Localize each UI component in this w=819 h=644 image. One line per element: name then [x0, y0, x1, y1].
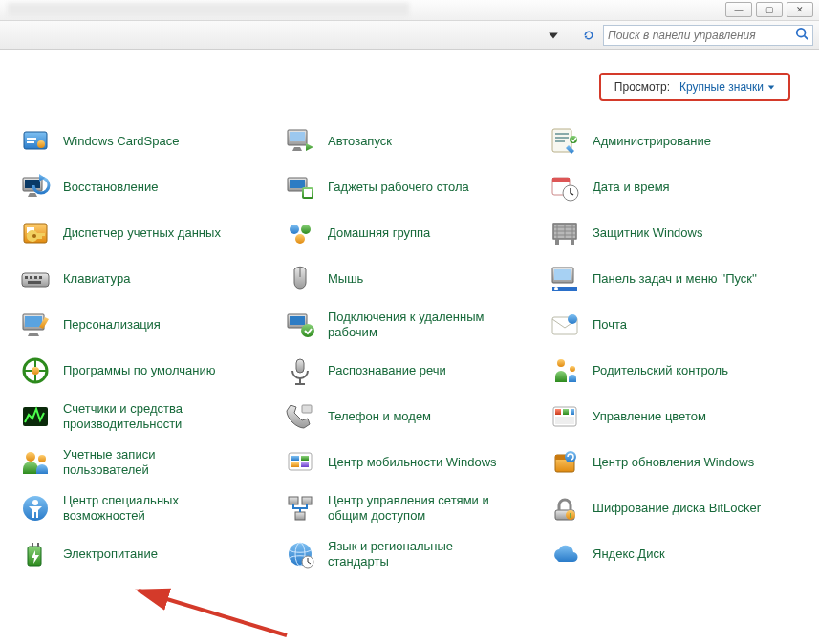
- cpl-item-label: Управление цветом: [593, 409, 706, 424]
- close-button[interactable]: ✕: [787, 2, 813, 17]
- cpl-item-label: Центр мобильности Windows: [328, 455, 497, 470]
- search-input[interactable]: [608, 29, 795, 42]
- window-controls: — ▢ ✕: [725, 2, 813, 17]
- cpl-item-label: Яндекс.Диск: [593, 547, 665, 562]
- cpl-item-mobility[interactable]: Центр мобильности Windows: [280, 440, 539, 485]
- power-icon: [17, 536, 54, 572]
- cpl-item-color[interactable]: Управление цветом: [545, 394, 804, 440]
- cpl-item-datetime[interactable]: Дата и время: [545, 164, 804, 210]
- keyboard-icon: [17, 261, 54, 297]
- svg-point-92: [797, 29, 806, 37]
- cpl-item-label: Распознавание речи: [328, 363, 446, 378]
- personalize-icon: [17, 307, 54, 343]
- window-title-blurred: [8, 3, 409, 16]
- cpl-item-bitlocker[interactable]: Шифрование диска BitLocker: [545, 485, 804, 531]
- cpl-item-homegroup[interactable]: Домашняя группа: [280, 210, 539, 256]
- cpl-item-label: Клавиатура: [63, 271, 130, 287]
- defaultprog-icon: [17, 353, 54, 389]
- cpl-item-personalize[interactable]: Персонализация: [15, 302, 274, 348]
- cpl-item-label: Персонализация: [63, 317, 161, 333]
- homegroup-icon: [282, 215, 318, 251]
- perf-icon: [17, 398, 54, 435]
- cpl-item-label: Электропитание: [63, 547, 158, 562]
- cpl-item-label: Родительский контроль: [593, 363, 728, 378]
- svg-marker-90: [549, 32, 558, 38]
- refresh-icon[interactable]: [578, 26, 599, 45]
- recovery-icon: [17, 169, 54, 205]
- cpl-item-phone[interactable]: Телефон и модем: [280, 394, 539, 440]
- cpl-item-defender[interactable]: Защитник Windows: [545, 210, 804, 256]
- cpl-item-recovery[interactable]: Восстановление: [15, 164, 274, 210]
- cpl-item-defaultprog[interactable]: Программы по умолчанию: [15, 348, 274, 394]
- cpl-item-taskbar[interactable]: Панель задач и меню ''Пуск'': [545, 256, 804, 302]
- view-mode-text: Крупные значки: [679, 80, 764, 94]
- cpl-item-label: Защитник Windows: [593, 225, 702, 241]
- cpl-item-users[interactable]: Учетные записи пользователей: [15, 440, 274, 485]
- phone-icon: [282, 398, 318, 435]
- cpl-item-credmgr[interactable]: Диспетчер учетных данных: [15, 210, 274, 256]
- cpl-item-label: Автозапуск: [328, 134, 392, 149]
- cpl-item-mail[interactable]: Почта: [545, 302, 804, 348]
- cpl-item-network[interactable]: Центр управления сетями и общим доступом: [280, 485, 539, 531]
- mobility-icon: [282, 444, 318, 481]
- cpl-item-mouse[interactable]: Мышь: [280, 256, 539, 302]
- cpl-item-label: Панель задач и меню ''Пуск'': [593, 271, 757, 287]
- cpl-item-cardspace[interactable]: Windows CardSpace: [15, 118, 274, 164]
- cpl-item-ease[interactable]: Центр специальных возможностей: [15, 485, 274, 531]
- gadgets-icon: [282, 169, 318, 205]
- cpl-item-label: Почта: [593, 317, 627, 333]
- cpl-item-perf[interactable]: Счетчики и средства производительности: [15, 394, 274, 440]
- cpl-item-label: Счетчики и средства производительности: [63, 401, 235, 433]
- ease-icon: [17, 490, 54, 526]
- cardspace-icon: [17, 123, 54, 160]
- network-icon: [282, 490, 318, 526]
- yadisk-icon: [547, 536, 583, 572]
- cpl-item-label: Подключения к удаленным рабочим: [328, 310, 500, 341]
- cpl-item-label: Программы по умолчанию: [63, 363, 215, 378]
- users-icon: [17, 444, 54, 481]
- cpl-item-label: Язык и региональные стандарты: [328, 539, 500, 570]
- cpl-item-label: Домашняя группа: [328, 225, 430, 241]
- cpl-item-label: Диспетчер учетных данных: [63, 225, 221, 241]
- toolbar: [0, 21, 819, 50]
- svg-marker-94: [768, 85, 774, 89]
- view-highlight-box: Просмотр: Крупные значки: [599, 73, 790, 101]
- search-box[interactable]: [603, 25, 813, 46]
- bitlocker-icon: [547, 490, 583, 526]
- maximize-button[interactable]: ▢: [756, 2, 783, 17]
- cpl-item-yadisk[interactable]: Яндекс.Диск: [545, 531, 804, 577]
- cpl-item-label: Windows CardSpace: [63, 134, 179, 149]
- arrow-annotation: [124, 583, 296, 640]
- cpl-item-label: Восстановление: [63, 180, 158, 195]
- view-label: Просмотр:: [614, 80, 670, 94]
- region-icon: [282, 536, 318, 572]
- view-mode-dropdown[interactable]: Крупные значки: [679, 80, 775, 94]
- cpl-item-label: Центр обновления Windows: [593, 455, 754, 470]
- speech-icon: [282, 353, 318, 389]
- cpl-item-power[interactable]: Электропитание: [15, 531, 274, 577]
- cpl-item-parental[interactable]: Родительский контроль: [545, 348, 804, 394]
- cpl-item-label: Гаджеты рабочего стола: [328, 180, 469, 195]
- cpl-item-gadgets[interactable]: Гаджеты рабочего стола: [280, 164, 539, 210]
- cpl-item-update[interactable]: Центр обновления Windows: [545, 440, 804, 485]
- cpl-item-admintools[interactable]: Администрирование: [545, 118, 804, 164]
- cpl-item-speech[interactable]: Распознавание речи: [280, 348, 539, 394]
- chevron-down-icon: [767, 83, 775, 91]
- update-icon: [547, 444, 583, 481]
- cpl-item-region[interactable]: Язык и региональные стандарты: [280, 531, 539, 577]
- cpl-item-keyboard[interactable]: Клавиатура: [15, 256, 274, 302]
- cpl-item-autoplay[interactable]: Автозапуск: [280, 118, 539, 164]
- cpl-item-remote[interactable]: Подключения к удаленным рабочим: [280, 302, 539, 348]
- cpl-item-label: Дата и время: [593, 180, 670, 195]
- cpl-item-label: Телефон и модем: [328, 409, 431, 424]
- minimize-button[interactable]: —: [725, 2, 752, 17]
- window-titlebar: — ▢ ✕: [0, 0, 819, 21]
- cpl-item-label: Центр специальных возможностей: [63, 493, 235, 525]
- parental-icon: [547, 353, 583, 389]
- search-icon[interactable]: [795, 27, 808, 43]
- control-panel-grid: Windows CardSpaceАвтозапускАдминистриров…: [11, 111, 808, 577]
- cpl-item-label: Администрирование: [593, 134, 711, 149]
- cpl-item-label: Шифрование диска BitLocker: [593, 501, 761, 516]
- svg-line-95: [139, 590, 287, 635]
- toolbar-dropdown-icon[interactable]: [543, 26, 564, 45]
